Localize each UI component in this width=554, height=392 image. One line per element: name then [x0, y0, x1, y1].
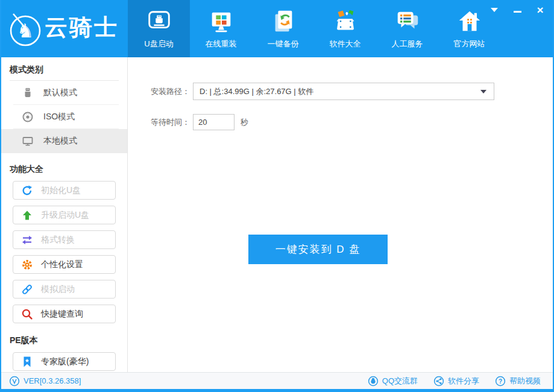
sidebar-item-iso-mode[interactable]: ISO模式 — [1, 105, 127, 129]
init-usb-button[interactable]: 初始化U盘 — [13, 181, 116, 200]
knight-logo-icon: ♞ — [7, 10, 41, 48]
version-text: VER[0.3.26.358] — [24, 376, 81, 385]
footer-link-label: QQ交流群 — [382, 376, 418, 387]
hotkey-query-button[interactable]: 快捷键查询 — [13, 305, 116, 323]
sidebar: 模式类别 默认模式 — [1, 57, 128, 372]
wait-time-label: 等待时间： — [151, 117, 193, 128]
footer-link-label: 软件分享 — [448, 376, 479, 387]
install-path-value: D: | 总:34.99G | 余:27.67G | 软件 — [200, 86, 313, 97]
qq-icon — [368, 376, 379, 387]
usb-boot-icon — [145, 8, 173, 36]
tab-label: U盘启动 — [144, 39, 173, 49]
footer-link-label: 帮助视频 — [509, 376, 541, 387]
share-link[interactable]: 软件分享 — [433, 376, 479, 387]
tab-software[interactable]: 软件大全 — [314, 0, 376, 57]
upgrade-usb-button[interactable]: 升级启动U盘 — [13, 206, 116, 224]
func-label: 模拟启动 — [41, 284, 75, 295]
section-title-pe: PE版本 — [10, 335, 119, 346]
close-icon[interactable]: × — [535, 4, 546, 15]
func-label: 格式转换 — [41, 235, 75, 245]
sidebar-item-label: 本地模式 — [43, 136, 77, 147]
monitor-icon — [22, 135, 34, 147]
sidebar-item-local-mode[interactable]: 本地模式 — [1, 129, 127, 153]
menu-caret-icon[interactable] — [489, 4, 500, 15]
main-panel: 安装路径： D: | 总:34.99G | 余:27.67G | 软件 等待时间… — [128, 57, 553, 372]
func-label: 个性化设置 — [41, 259, 83, 270]
tab-label: 一键备份 — [268, 39, 299, 49]
backup-icon — [269, 8, 297, 36]
question-icon: ? — [495, 376, 506, 387]
app-logo: ♞ 云骑士 — [1, 0, 128, 57]
search-icon — [21, 308, 33, 320]
func-label: 专家版(豪华) — [41, 356, 89, 367]
chevron-down-icon — [480, 90, 486, 93]
simulate-boot-button[interactable]: 模拟启动 — [13, 280, 116, 299]
sidebar-item-label: ISO模式 — [43, 112, 75, 122]
qq-group-link[interactable]: QQ交流群 — [368, 376, 418, 387]
gear-icon — [21, 259, 33, 271]
tab-label: 在线重装 — [206, 39, 237, 49]
link-icon — [21, 283, 33, 296]
install-path-label: 安装路径： — [151, 86, 193, 97]
format-convert-button[interactable]: 格式转换 — [13, 230, 116, 249]
app-window: ♞ 云骑士 U盘启动 — [0, 0, 554, 392]
tab-backup[interactable]: 一键备份 — [252, 0, 314, 57]
refresh-icon — [21, 185, 33, 197]
tab-usb-boot[interactable]: U盘启动 — [128, 0, 190, 57]
section-title-functions: 功能大全 — [10, 164, 119, 175]
sidebar-item-default-mode[interactable]: 默认模式 — [1, 81, 127, 105]
func-label: 升级启动U盘 — [41, 210, 89, 221]
wait-time-unit: 秒 — [241, 117, 248, 128]
minimize-icon[interactable] — [512, 4, 523, 15]
tab-service[interactable]: 人工服务 — [376, 0, 438, 57]
bookmark-star-icon — [21, 356, 33, 368]
func-label: 快捷键查询 — [41, 309, 83, 320]
disc-icon — [22, 111, 34, 123]
svg-text:♞: ♞ — [17, 20, 34, 42]
help-video-link[interactable]: ? 帮助视频 — [495, 376, 541, 387]
software-box-icon — [332, 8, 359, 36]
svg-text:?: ? — [499, 378, 502, 384]
online-reinstall-icon — [207, 8, 235, 36]
version-icon — [9, 376, 20, 387]
sidebar-item-label: 默认模式 — [43, 87, 77, 98]
window-bottom-border — [1, 389, 553, 392]
version-info[interactable]: VER[0.3.26.358] — [9, 376, 81, 387]
personalize-button[interactable]: 个性化设置 — [13, 255, 116, 274]
wait-time-input[interactable] — [193, 114, 235, 130]
tab-online-reinstall[interactable]: 在线重装 — [190, 0, 252, 57]
tab-label: 人工服务 — [392, 39, 423, 49]
tab-label: 软件大全 — [330, 39, 361, 49]
usb-icon — [22, 87, 34, 99]
home-website-icon — [456, 8, 483, 36]
share-icon — [433, 376, 444, 387]
transfer-icon — [21, 234, 33, 246]
arrow-up-icon — [21, 209, 33, 221]
install-to-d-button[interactable]: 一键安装到 D 盘 — [248, 235, 388, 264]
logo-text: 云骑士 — [45, 16, 119, 42]
chat-service-icon — [394, 8, 421, 36]
footer: VER[0.3.26.358] QQ交流群 — [1, 372, 553, 389]
expert-edition-button[interactable]: 专家版(豪华) — [13, 352, 116, 371]
section-title-mode: 模式类别 — [10, 65, 119, 75]
tab-label: 官方网站 — [454, 39, 485, 49]
window-controls: × — [489, 4, 546, 15]
install-path-select[interactable]: D: | 总:34.99G | 余:27.67G | 软件 — [193, 83, 494, 100]
header: ♞ 云骑士 U盘启动 — [1, 0, 553, 57]
func-label: 初始化U盘 — [41, 185, 81, 196]
